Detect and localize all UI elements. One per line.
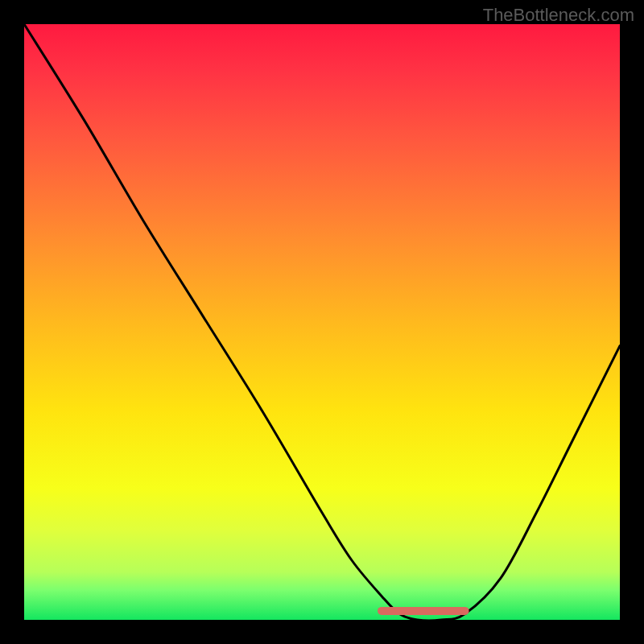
watermark-text: TheBottleneck.com bbox=[483, 5, 634, 26]
bottleneck-curve-svg bbox=[24, 24, 620, 620]
chart-plot-area bbox=[24, 24, 620, 620]
curve-line bbox=[24, 24, 620, 621]
